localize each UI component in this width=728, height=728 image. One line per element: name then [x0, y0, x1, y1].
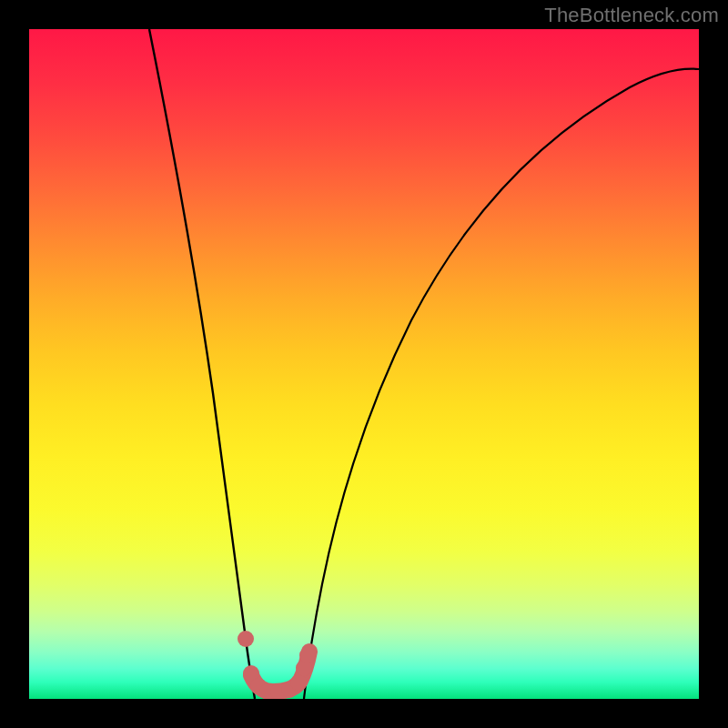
chart-svg: [29, 29, 699, 699]
valley-marker-dot: [238, 631, 254, 647]
right-curve: [304, 69, 699, 699]
plot-area: [29, 29, 699, 699]
chart-container: TheBottleneck.com: [0, 0, 728, 728]
valley-marker-dot: [299, 647, 316, 663]
watermark-text: TheBottleneck.com: [544, 4, 719, 27]
valley-marker-dot: [290, 674, 307, 691]
left-curve: [149, 29, 255, 699]
